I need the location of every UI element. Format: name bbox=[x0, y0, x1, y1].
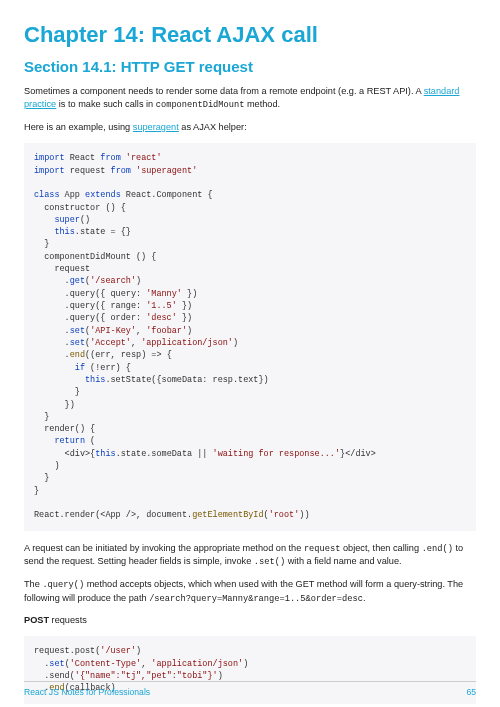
code-inline: .query() bbox=[42, 580, 84, 590]
text: Here is an example, using bbox=[24, 122, 133, 132]
section-title: Section 14.1: HTTP GET request bbox=[24, 58, 476, 75]
text: . bbox=[363, 593, 366, 603]
text-bold: POST bbox=[24, 615, 49, 625]
paragraph-query: The .query() method accepts objects, whi… bbox=[24, 578, 476, 605]
text: Sometimes a component needs to render so… bbox=[24, 86, 424, 96]
code-inline: request bbox=[304, 544, 341, 554]
text: object, then calling bbox=[340, 543, 421, 553]
post-heading: POST requests bbox=[24, 614, 476, 627]
paragraph-request: A request can be initiated by invoking t… bbox=[24, 542, 476, 569]
text: as AJAX helper: bbox=[179, 122, 247, 132]
link-superagent[interactable]: superagent bbox=[133, 122, 179, 132]
text: The bbox=[24, 579, 42, 589]
code-block-main: import React from 'react' import request… bbox=[24, 143, 476, 530]
text: requests bbox=[49, 615, 87, 625]
code-inline: /search?query=Manny&range=1..5&order=des… bbox=[149, 594, 363, 604]
code-inline: .set() bbox=[254, 557, 285, 567]
text: A request can be initiated by invoking t… bbox=[24, 543, 304, 553]
footer: React JS Notes for Professionals 65 bbox=[24, 681, 476, 697]
text: with a field name and value. bbox=[285, 556, 401, 566]
code-inline: componentDidMount bbox=[156, 100, 245, 110]
text: method. bbox=[244, 99, 280, 109]
page-number: 65 bbox=[466, 687, 476, 697]
intro-paragraph-1: Sometimes a component needs to render so… bbox=[24, 85, 476, 112]
chapter-title: Chapter 14: React AJAX call bbox=[24, 22, 476, 48]
text: is to make such calls in bbox=[56, 99, 156, 109]
intro-paragraph-2: Here is an example, using superagent as … bbox=[24, 121, 476, 134]
footer-title: React JS Notes for Professionals bbox=[24, 687, 150, 697]
code-inline: .end() bbox=[422, 544, 453, 554]
